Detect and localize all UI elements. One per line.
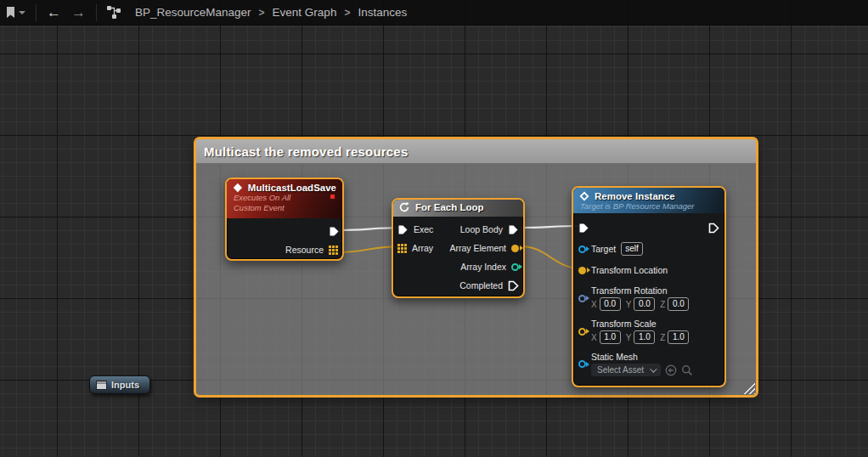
node-multicast-load-save[interactable]: MulticastLoadSave Executes On All Custom… bbox=[225, 178, 344, 261]
breadcrumb-separator: > bbox=[344, 7, 350, 19]
rotation-z-input[interactable]: 0.0 bbox=[668, 297, 689, 311]
comment-title: Multicast the removed resources bbox=[204, 144, 408, 159]
target-value-box[interactable]: self bbox=[621, 242, 643, 256]
array-index-pin[interactable] bbox=[511, 263, 519, 271]
rotation-y-input[interactable]: 0.0 bbox=[634, 297, 655, 311]
node-header[interactable]: MulticastLoadSave Executes On All Custom… bbox=[227, 179, 342, 218]
bookmark-icon bbox=[5, 6, 16, 19]
breadcrumb-instances[interactable]: Instances bbox=[358, 6, 407, 19]
pin-label: Array Element bbox=[449, 243, 506, 253]
node-title: For Each Loop bbox=[415, 202, 484, 212]
axis-label-x: X bbox=[591, 300, 597, 309]
event-diamond-icon bbox=[233, 183, 243, 193]
exec-output-pin[interactable] bbox=[329, 226, 340, 237]
pin-group-transform-scale: Transform Scale X1.0 Y1.0 Z1.0 bbox=[578, 319, 719, 344]
rotation-x-input[interactable]: 0.0 bbox=[600, 297, 621, 311]
pin-row-resource: Resource bbox=[227, 245, 338, 255]
forward-arrow-icon: → bbox=[71, 5, 86, 20]
axis-label-y: Y bbox=[626, 333, 632, 342]
back-button[interactable]: ← bbox=[42, 0, 66, 25]
graph-canvas[interactable]: Multicast the removed resources Multicas… bbox=[0, 25, 868, 457]
node-header[interactable]: For Each Loop bbox=[393, 200, 523, 217]
function-diamond-icon bbox=[579, 191, 589, 201]
loop-icon bbox=[398, 201, 410, 213]
pin-row: Array Array Element bbox=[397, 239, 519, 257]
breadcrumb-separator: > bbox=[259, 7, 265, 19]
pin-label: Resource bbox=[285, 245, 324, 255]
use-selected-asset-button[interactable] bbox=[665, 364, 677, 376]
circle-arrow-icon bbox=[665, 364, 677, 376]
node-subtitle: Target is BP Resource Manager bbox=[580, 201, 719, 212]
axis-label-y: Y bbox=[626, 300, 632, 309]
pin-label: Transform Rotation bbox=[591, 285, 689, 296]
transform-rotation-pin[interactable] bbox=[578, 295, 586, 302]
asset-picker-placeholder: Select Asset bbox=[597, 365, 644, 375]
window-icon bbox=[96, 381, 107, 390]
pin-label: Loop Body bbox=[460, 224, 503, 234]
transform-scale-pin[interactable] bbox=[578, 328, 586, 336]
node-title: Remove Instance bbox=[595, 191, 675, 201]
target-pin[interactable] bbox=[578, 245, 586, 253]
axis-label-z: Z bbox=[660, 300, 665, 309]
replication-badge bbox=[329, 193, 336, 200]
exec-input-pin[interactable] bbox=[397, 224, 409, 235]
pin-row: Exec Loop Body bbox=[397, 220, 519, 239]
breadcrumb: BP_ResourceManager > Event Graph > Insta… bbox=[135, 6, 407, 19]
blueprint-editor: ← → BP_ResourceManager > Event Graph > I… bbox=[0, 0, 868, 457]
axis-label-z: Z bbox=[660, 333, 665, 342]
graph-toolbar: ← → BP_ResourceManager > Event Graph > I… bbox=[0, 0, 868, 25]
comment-resize-handle[interactable] bbox=[743, 382, 755, 394]
array-input-pin[interactable] bbox=[397, 244, 407, 253]
scale-y-input[interactable]: 1.0 bbox=[634, 330, 655, 344]
pin-row: Completed bbox=[397, 276, 519, 295]
comment-header[interactable]: Multicast the removed resources bbox=[196, 139, 756, 164]
chevron-down-icon bbox=[19, 11, 25, 14]
pin-label: Exec bbox=[414, 224, 433, 234]
toolbar-divider bbox=[36, 4, 37, 21]
pin-label: Transform Location bbox=[591, 265, 668, 275]
magnifier-icon bbox=[681, 364, 693, 376]
breadcrumb-blueprint[interactable]: BP_ResourceManager bbox=[135, 6, 251, 19]
pin-label: Target bbox=[591, 244, 616, 254]
static-mesh-pin[interactable] bbox=[578, 360, 586, 368]
pin-label: Transform Scale bbox=[591, 319, 689, 329]
pin-row-transform-location: Transform Location bbox=[578, 262, 719, 278]
toolbar-divider bbox=[96, 4, 97, 21]
scale-x-input[interactable]: 1.0 bbox=[600, 330, 621, 344]
back-arrow-icon: ← bbox=[47, 5, 61, 20]
pin-row-exec-out bbox=[227, 226, 340, 237]
scale-z-input[interactable]: 1.0 bbox=[668, 330, 689, 344]
pin-row: Array Index bbox=[397, 257, 519, 276]
exec-output-pin[interactable] bbox=[708, 223, 719, 234]
bubble-label: Inputs bbox=[111, 380, 139, 390]
node-title: MulticastLoadSave bbox=[248, 183, 336, 193]
pin-label: Completed bbox=[459, 280, 503, 291]
axis-label-x: X bbox=[591, 333, 597, 342]
pin-label: Array bbox=[412, 243, 433, 253]
chevron-down-icon bbox=[650, 365, 657, 372]
bookmark-button[interactable] bbox=[0, 0, 31, 25]
array-element-pin[interactable] bbox=[511, 245, 519, 252]
graph-icon bbox=[102, 0, 127, 25]
transform-location-pin[interactable] bbox=[578, 267, 586, 274]
breadcrumb-event-graph[interactable]: Event Graph bbox=[273, 6, 337, 19]
forward-button[interactable]: → bbox=[66, 0, 91, 25]
node-for-each-loop[interactable]: For Each Loop Exec Loop Body bbox=[392, 198, 525, 298]
pin-label: Array Index bbox=[460, 262, 506, 272]
inputs-collapsed-bubble[interactable]: Inputs bbox=[89, 375, 150, 394]
resource-array-pin[interactable] bbox=[329, 245, 338, 255]
pin-label: Static Mesh bbox=[591, 352, 693, 362]
node-header[interactable]: Remove Instance Target is BP Resource Ma… bbox=[573, 188, 724, 213]
node-subtitle: Executes On All Custom Event bbox=[234, 193, 336, 213]
node-remove-instance[interactable]: Remove Instance Target is BP Resource Ma… bbox=[572, 186, 726, 387]
asset-picker-dropdown[interactable]: Select Asset bbox=[591, 364, 661, 376]
loop-body-exec-pin[interactable] bbox=[508, 224, 519, 235]
browse-asset-button[interactable] bbox=[681, 364, 693, 376]
pin-group-transform-rotation: Transform Rotation X0.0 Y0.0 Z0.0 bbox=[578, 285, 719, 311]
completed-exec-pin[interactable] bbox=[508, 280, 519, 291]
pin-group-static-mesh: Static Mesh Select Asset bbox=[578, 352, 719, 376]
pin-row-exec bbox=[578, 218, 719, 237]
pin-row-target: Target self bbox=[578, 240, 719, 257]
exec-input-pin[interactable] bbox=[578, 223, 589, 234]
